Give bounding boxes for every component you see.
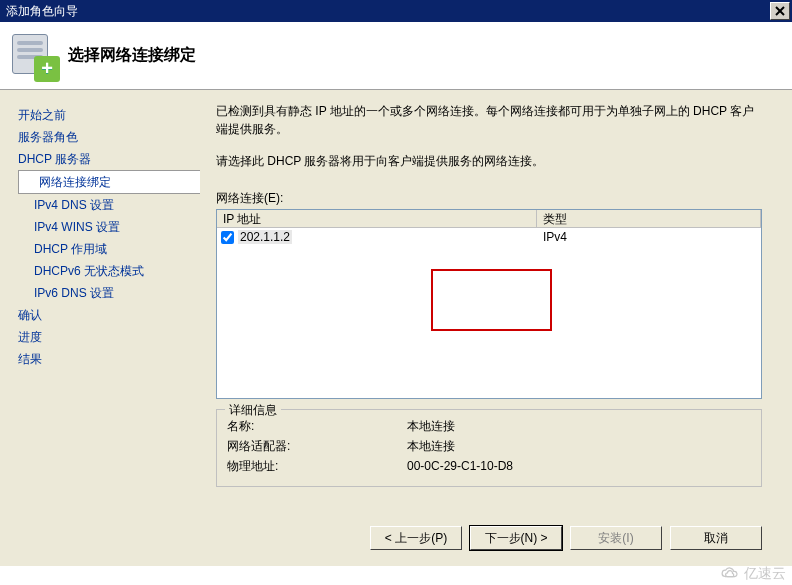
description-1: 已检测到具有静态 IP 地址的一个或多个网络连接。每个网络连接都可用于为单独子网… [216,102,762,138]
column-type[interactable]: 类型 [537,210,761,227]
step-dhcpv6-stateless[interactable]: DHCPv6 无状态模式 [18,260,200,282]
detail-mac: 物理地址: 00-0C-29-C1-10-D8 [227,456,751,476]
step-result[interactable]: 结果 [18,348,200,370]
description-2: 请选择此 DHCP 服务器将用于向客户端提供服务的网络连接。 [216,152,762,170]
connection-ip: 202.1.1.2 [238,230,292,244]
step-confirm[interactable]: 确认 [18,304,200,326]
install-button: 安装(I) [570,526,662,550]
prev-button[interactable]: < 上一步(P) [370,526,462,550]
cloud-icon [720,567,740,581]
close-button[interactable] [770,2,790,20]
step-network-binding[interactable]: 网络连接绑定 [18,170,201,194]
listbox-header: IP 地址 类型 [217,210,761,228]
window-title: 添加角色向导 [6,0,770,22]
wizard-footer: < 上一步(P) 下一步(N) > 安装(I) 取消 [0,510,792,566]
watermark: 亿速云 [720,565,786,583]
wizard-header: + 选择网络连接绑定 [0,22,792,90]
close-icon [775,6,785,16]
step-progress[interactable]: 进度 [18,326,200,348]
connections-label: 网络连接(E): [216,190,762,207]
connection-checkbox[interactable] [221,231,234,244]
step-ipv4-dns[interactable]: IPv4 DNS 设置 [18,194,200,216]
step-server-roles[interactable]: 服务器角色 [18,126,200,148]
wizard-main: 已检测到具有静态 IP 地址的一个或多个网络连接。每个网络连接都可用于为单独子网… [200,90,792,510]
wizard-body: 开始之前 服务器角色 DHCP 服务器 网络连接绑定 IPv4 DNS 设置 I… [0,90,792,510]
cancel-button[interactable]: 取消 [670,526,762,550]
wizard-steps-sidebar: 开始之前 服务器角色 DHCP 服务器 网络连接绑定 IPv4 DNS 设置 I… [0,90,200,510]
connection-type: IPv4 [537,230,573,244]
details-groupbox: 详细信息 名称: 本地连接 网络适配器: 本地连接 物理地址: 00-0C-29… [216,409,762,487]
table-row[interactable]: 202.1.1.2 IPv4 [217,228,761,246]
window-titlebar: 添加角色向导 [0,0,792,22]
connections-listbox[interactable]: IP 地址 类型 202.1.1.2 IPv4 [216,209,762,399]
step-dhcp-server[interactable]: DHCP 服务器 [18,148,200,170]
page-title: 选择网络连接绑定 [68,45,196,66]
next-button[interactable]: 下一步(N) > [470,526,562,550]
step-ipv6-dns[interactable]: IPv6 DNS 设置 [18,282,200,304]
detail-adapter: 网络适配器: 本地连接 [227,436,751,456]
step-ipv4-wins[interactable]: IPv4 WINS 设置 [18,216,200,238]
detail-name: 名称: 本地连接 [227,416,751,436]
column-ip[interactable]: IP 地址 [217,210,537,227]
step-dhcp-scope[interactable]: DHCP 作用域 [18,238,200,260]
step-before-begin[interactable]: 开始之前 [18,104,200,126]
details-legend: 详细信息 [225,402,281,419]
server-add-icon: + [10,32,58,80]
